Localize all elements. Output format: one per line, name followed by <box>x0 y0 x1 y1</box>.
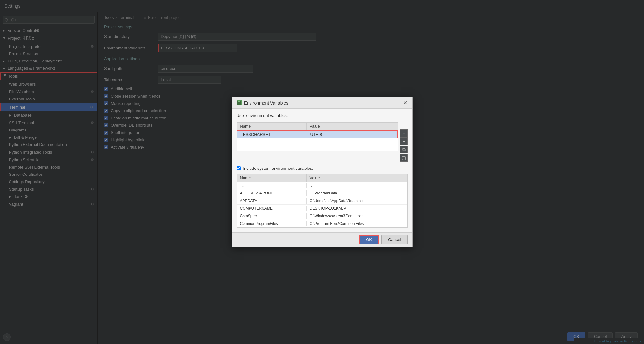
dialog-title: Environment Variables <box>244 100 289 105</box>
user-col-name-header: Name <box>237 123 307 130</box>
dialog-close-button[interactable]: ✕ <box>402 100 408 106</box>
table-row[interactable]: COMPUTERNAME DESKTOP-1U1KMJV <box>237 205 407 212</box>
include-system-checkbox[interactable] <box>237 166 241 170</box>
user-col-value-header: Value <box>307 123 398 130</box>
cell-value: DESKTOP-1U1KMJV <box>307 206 407 211</box>
dialog-title-content: E Environment Variables <box>237 100 289 105</box>
table-row[interactable]: CommonProgramFiles C:\Program Files\Comm… <box>237 220 407 227</box>
table-row[interactable]: ComSpec C:\Windows\system32\cmd.exe <box>237 212 407 220</box>
user-env-label: User environment variables: <box>237 113 408 118</box>
remove-env-button[interactable]: − <box>400 137 408 145</box>
system-col-name-header: Name <box>237 174 307 182</box>
table-actions: + − ⧉ ▢ <box>400 122 408 162</box>
system-col-value-header: Value <box>307 174 407 182</box>
include-system-row: Include system environment variables: <box>237 166 408 171</box>
user-env-table-header: Name Value <box>237 122 398 130</box>
table-row[interactable]: ALLUSERSPROFILE C:\ProgramData <box>237 189 407 197</box>
table-row[interactable]: APPDATA C:\Users\leo\AppData\Roaming <box>237 197 407 205</box>
cell-name: APPDATA <box>237 198 307 204</box>
cell-value: UTF-8 <box>307 131 397 138</box>
dialog-cancel-button[interactable]: Cancel <box>381 235 407 244</box>
cell-value: C:\Users\leo\AppData\Roaming <box>307 198 407 204</box>
copy-env-button[interactable]: ⧉ <box>400 146 408 153</box>
cell-value: C:\Program Files\Common Files <box>307 221 407 226</box>
include-system-label: Include system environment variables: <box>243 166 313 171</box>
user-env-table-wrap: Name Value LESSCHARSET UTF-8 <box>237 122 398 162</box>
cell-value: :\ <box>307 183 407 188</box>
cell-name: =:: <box>237 183 307 188</box>
cell-name: ALLUSERSPROFILE <box>237 190 307 196</box>
user-env-section: Name Value LESSCHARSET UTF-8 <box>237 122 408 162</box>
dialog-title-bar: E Environment Variables ✕ <box>232 97 412 109</box>
dialog-footer: OK Cancel <box>232 232 412 247</box>
cell-name: CommonProgramFiles <box>237 221 307 226</box>
dialog-body: User environment variables: Name Value L… <box>232 109 412 232</box>
cell-value: C:\Windows\system32\cmd.exe <box>307 213 407 219</box>
dialog-overlay: E Environment Variables ✕ User environme… <box>0 0 644 344</box>
add-env-button[interactable]: + <box>400 129 408 137</box>
table-row[interactable]: =:: :\ <box>237 182 407 189</box>
system-env-table: Name Value =:: :\ ALLUSERSPROFILE C:\Pro… <box>237 174 408 228</box>
delete-env-button[interactable]: ▢ <box>400 154 408 162</box>
cell-name: LESSCHARSET <box>237 131 307 138</box>
cell-name: ComSpec <box>237 213 307 219</box>
user-env-table: LESSCHARSET UTF-8 <box>237 130 398 151</box>
env-icon: E <box>237 100 242 105</box>
settings-window: Settings Q ▶ Version Control ⚙ ▶ Project… <box>0 0 644 344</box>
dialog-ok-button[interactable]: OK <box>359 235 379 244</box>
empty-row <box>237 138 398 151</box>
env-variables-dialog: E Environment Variables ✕ User environme… <box>232 97 413 247</box>
cell-name: COMPUTERNAME <box>237 206 307 211</box>
system-env-header: Name Value <box>237 174 407 182</box>
table-row[interactable]: LESSCHARSET UTF-8 <box>237 130 398 138</box>
cell-value: C:\ProgramData <box>307 190 407 196</box>
